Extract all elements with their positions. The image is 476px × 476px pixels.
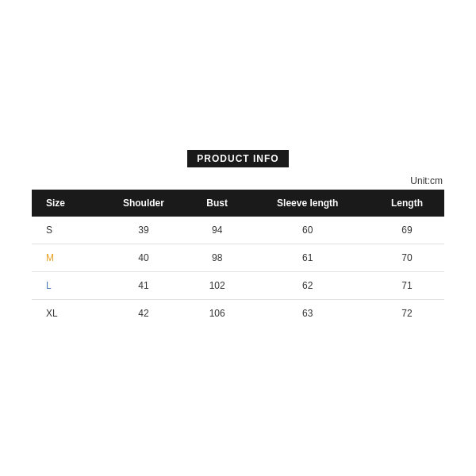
cell-bust: 98 [189, 244, 246, 271]
table-row: L411026271 [32, 271, 444, 299]
cell-shoulder: 39 [98, 217, 189, 244]
table-header-row: Size Shoulder Bust Sleeve length Length [32, 190, 444, 217]
cell-bust: 102 [189, 271, 246, 299]
cell-sleeve: 62 [245, 271, 370, 299]
cell-sleeve: 63 [245, 299, 370, 327]
unit-label: Unit:cm [32, 175, 444, 186]
cell-size: S [32, 217, 98, 244]
cell-size: L [32, 271, 98, 299]
product-info-title: PRODUCT INFO [187, 150, 288, 167]
cell-length: 70 [370, 244, 444, 271]
table-row: M40986170 [32, 244, 444, 271]
table-row: XL421066372 [32, 299, 444, 327]
title-wrapper: PRODUCT INFO [32, 150, 444, 167]
col-header-length: Length [370, 190, 444, 217]
cell-bust: 94 [189, 217, 246, 244]
cell-sleeve: 61 [245, 244, 370, 271]
col-header-shoulder: Shoulder [98, 190, 189, 217]
cell-length: 69 [370, 217, 444, 244]
table-row: S39946069 [32, 217, 444, 244]
cell-sleeve: 60 [245, 217, 370, 244]
cell-shoulder: 40 [98, 244, 189, 271]
cell-bust: 106 [189, 299, 246, 327]
cell-length: 72 [370, 299, 444, 327]
col-header-sleeve: Sleeve length [245, 190, 370, 217]
cell-length: 71 [370, 271, 444, 299]
cell-size: XL [32, 299, 98, 327]
cell-shoulder: 42 [98, 299, 189, 327]
col-header-size: Size [32, 190, 98, 217]
col-header-bust: Bust [189, 190, 246, 217]
size-table: Size Shoulder Bust Sleeve length Length … [32, 190, 444, 327]
cell-size: M [32, 244, 98, 271]
product-info-container: PRODUCT INFO Unit:cm Size Shoulder Bust … [32, 150, 444, 327]
cell-shoulder: 41 [98, 271, 189, 299]
